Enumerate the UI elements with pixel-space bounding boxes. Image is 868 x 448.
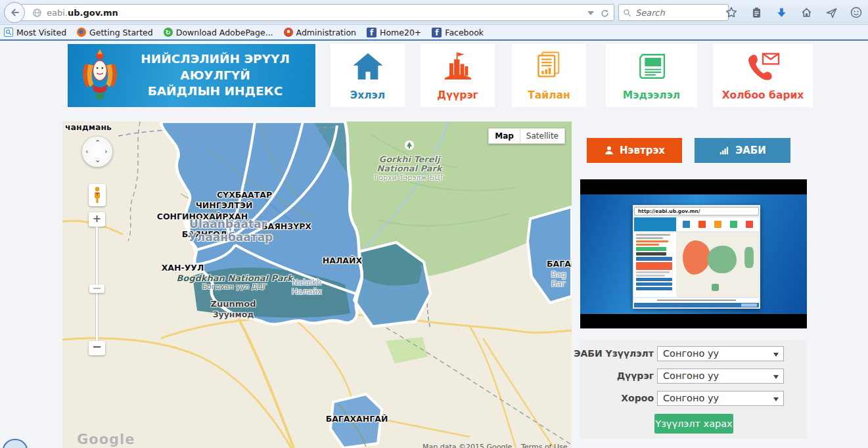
home-icon[interactable] xyxy=(798,5,814,20)
map-data-attribution: Map data ©2015 Google xyxy=(423,443,512,448)
bookmark-facebook[interactable]: f Facebook xyxy=(432,28,484,37)
ulaanbaatar-emblem xyxy=(80,49,120,102)
district-label-nalaikh: НАЛАЙХ xyxy=(323,256,362,265)
district-label-bayanzurkh: БАЯНЗҮРХ xyxy=(262,221,311,231)
bookmark-download-adobe[interactable]: ↻ Download AdobePage... xyxy=(164,28,273,37)
place-gorkhi-line1: Gorkhi Terelj xyxy=(379,154,440,164)
place-nalaikh-en: Nalaikh xyxy=(292,278,322,287)
zoom-in-button[interactable]: + xyxy=(89,212,105,227)
facebook-icon: f xyxy=(432,28,442,37)
nav-tile-report[interactable]: Тайлан xyxy=(512,44,586,107)
place-gorkhi-line2: National Park xyxy=(377,164,442,173)
video-site-sidebar xyxy=(634,233,676,297)
share-icon[interactable] xyxy=(823,5,839,20)
google-logo[interactable]: Google xyxy=(77,432,135,447)
nav-tile-home[interactable]: Эхлэл xyxy=(331,44,405,107)
nav-tile-contact[interactable]: Холбоо барих xyxy=(713,44,813,107)
district-label-khan-uul: ХАН-УУЛ xyxy=(162,263,204,273)
video-map-green-district xyxy=(708,246,737,273)
facebook-icon: f xyxy=(367,28,377,37)
most-visited-icon xyxy=(4,28,13,37)
district-nav-icon xyxy=(441,51,475,82)
video-map-green-district xyxy=(712,284,719,291)
video-map-orange-district xyxy=(683,240,710,275)
indicator-label: ЭАБИ Үзүүлэлт xyxy=(574,348,654,359)
khoroo-select[interactable]: Сонгоно уу xyxy=(657,391,784,406)
search-box[interactable] xyxy=(618,4,729,21)
downloads-icon[interactable] xyxy=(773,5,789,20)
map-type-satellite-button[interactable]: Satellite xyxy=(520,128,565,144)
video-site-header xyxy=(634,217,759,231)
firefox-icon xyxy=(77,28,86,37)
pan-right-icon[interactable]: › xyxy=(104,147,108,156)
chevron-down-icon xyxy=(773,375,779,379)
district-label-chingeltei: ЧИНГЭЛТЭЙ xyxy=(196,200,253,210)
indicator-select[interactable]: Сонгоно уу xyxy=(657,346,784,361)
back-arrow-icon xyxy=(9,7,20,18)
map-type-control: Map Satellite xyxy=(488,128,565,144)
home-nav-icon xyxy=(351,51,385,82)
search-input[interactable] xyxy=(635,8,714,18)
back-button[interactable] xyxy=(4,2,25,23)
pegman-streetview[interactable] xyxy=(89,184,106,206)
zoom-out-button[interactable]: − xyxy=(89,341,105,355)
view-indicator-button[interactable]: Үзүүлэлт харах xyxy=(654,414,733,434)
url-dropdown-icon[interactable] xyxy=(587,11,594,15)
bar-chart-icon xyxy=(719,145,730,156)
bookmark-getting-started[interactable]: Getting Started xyxy=(77,28,153,37)
chevron-down-icon xyxy=(773,353,779,357)
bookmark-star-icon[interactable] xyxy=(723,5,739,20)
pegman-icon xyxy=(93,187,101,204)
map-type-map-button[interactable]: Map xyxy=(488,128,520,144)
bookmarks-bar: Most Visited Getting Started ↻ Download … xyxy=(0,25,868,41)
contact-nav-icon xyxy=(744,51,782,82)
scroll-widget[interactable] xyxy=(3,439,28,448)
zoom-slider-handle[interactable] xyxy=(89,284,104,293)
district-select[interactable]: Сонгоно уу xyxy=(657,369,784,384)
nav-tile-news[interactable]: Мэдээлэл xyxy=(606,44,697,107)
terms-of-use-link[interactable]: Terms of Use xyxy=(521,443,568,448)
video-embed[interactable]: http://eabi.ub.gov.mn/ xyxy=(580,179,807,328)
administration-icon xyxy=(284,28,293,37)
reload-icon[interactable] xyxy=(600,9,610,18)
place-ulaanbaatar-en: Ulaanbaatar xyxy=(189,217,267,231)
report-nav-icon xyxy=(532,51,566,82)
site-title: НИЙСЛЭЛИЙН ЭРҮҮЛ АЮУЛГҮЙ БАЙДЛЫН ИНДЕКС xyxy=(120,51,315,101)
place-nalaikh-mn: Налайх xyxy=(292,287,322,296)
pan-left-icon[interactable]: ‹ xyxy=(85,147,89,156)
login-button[interactable]: Нэвтрэх xyxy=(587,138,682,163)
bookmark-most-visited[interactable]: Most Visited xyxy=(4,28,66,37)
district-label-bagakhangai: БАГАХАНГАЙ xyxy=(326,414,388,424)
bookmark-administration[interactable]: Administration xyxy=(284,28,356,37)
video-map-green-district xyxy=(744,247,754,268)
district-label-sukhbaatar: СҮХБААТАР xyxy=(217,190,272,200)
person-icon xyxy=(604,145,614,156)
video-site-body xyxy=(634,233,759,297)
adobe-download-icon: ↻ xyxy=(164,28,173,37)
google-map[interactable]: чандмань СҮХБААТАР ЧИНГЭЛТЭЙ СОНГИНОХАЙР… xyxy=(62,122,572,448)
site-logo-banner[interactable]: НИЙСЛЭЛИЙН ЭРҮҮЛ АЮУЛГҮЙ БАЙДЛЫН ИНДЕКС xyxy=(68,44,315,107)
chevron-down-icon xyxy=(773,397,779,401)
district-label-baganuur: БАГАНУУР xyxy=(547,259,572,269)
pan-control[interactable]: ⌃ ⌄ ‹ › xyxy=(82,137,112,167)
place-baganuur-town-en: Bag xyxy=(551,270,566,279)
url-text: eabi.ub.gov.mn xyxy=(47,8,118,18)
nav-tile-district[interactable]: Дүүрэг xyxy=(421,44,495,107)
place-bogdkhan-line1: Bogdkhan National Park xyxy=(176,273,292,283)
place-zuunmod-mn: Зуунмод xyxy=(213,309,254,319)
video-site-nav xyxy=(676,217,759,231)
place-bogdkhan-line2: Богдхан уул ДЦГ xyxy=(202,282,267,291)
video-address-bar: http://eabi.ub.gov.mn/ xyxy=(634,207,759,215)
place-ulaanbaatar-mn: Улаанбаатар xyxy=(189,231,273,244)
chat-icon[interactable] xyxy=(848,5,864,20)
place-gorkhi-line3: Горхи-Тэрэлж БЦГ xyxy=(374,173,444,182)
eabi-button[interactable]: ЭАБИ xyxy=(695,138,790,163)
url-bar[interactable]: eabi.ub.gov.mn xyxy=(20,4,614,21)
pan-up-icon[interactable]: ⌃ xyxy=(95,139,101,147)
news-nav-icon xyxy=(635,51,669,82)
globe-icon xyxy=(32,8,42,18)
bookmarks-menu-icon[interactable] xyxy=(748,5,764,20)
bookmark-home20[interactable]: f Home20+ xyxy=(367,28,421,37)
place-baganuur-town-mn: Баг xyxy=(551,279,566,288)
pan-down-icon[interactable]: ⌄ xyxy=(95,156,101,164)
